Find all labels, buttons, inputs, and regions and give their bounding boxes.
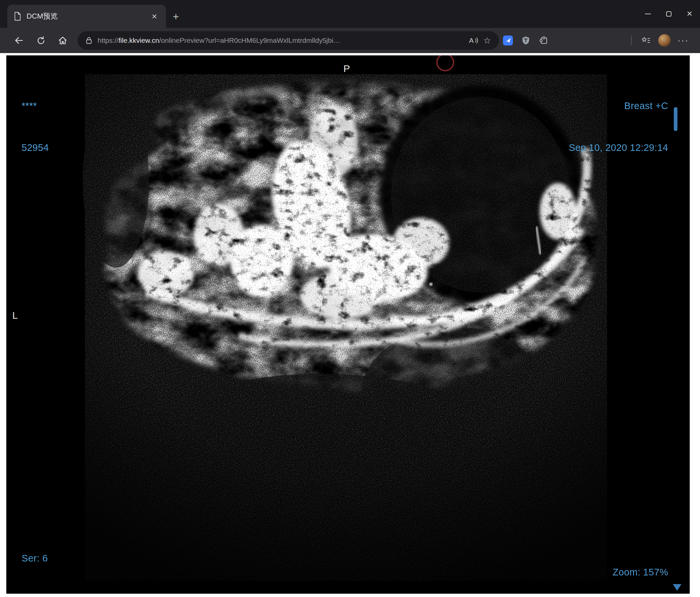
study-datetime: Sep 10, 2020 12:29:14 [569, 140, 668, 155]
lock-icon [85, 36, 92, 45]
address-bar[interactable]: https://file.kkview.cn/onlinePreview?url… [78, 31, 499, 50]
overlay-bottom-left: Ser: 6 Img: 201 1/545 512 x 512 Loc: 109… [22, 523, 161, 594]
document-file-icon [14, 12, 21, 21]
orientation-marker-posterior: P [343, 63, 350, 74]
dicom-viewer[interactable]: **** 52954 Breast +C Sep 10, 2020 12:29:… [6, 55, 690, 594]
browser-toolbar: https://file.kkview.cn/onlinePreview?url… [0, 28, 700, 53]
viewer-scroll-down-icon[interactable] [673, 584, 681, 591]
series-number: Ser: 6 [22, 551, 161, 565]
orientation-marker-left: L [12, 310, 18, 321]
url-scheme: https:// [98, 36, 119, 44]
minimize-button[interactable] [637, 0, 658, 28]
overlay-top-right: Breast +C Sep 10, 2020 12:29:14 [569, 71, 668, 182]
back-arrow-icon [14, 36, 24, 45]
sound-waves-icon [475, 37, 478, 44]
translate-extension-icon[interactable] [499, 31, 517, 50]
home-icon [58, 36, 67, 45]
url-text[interactable]: https://file.kkview.cn/onlinePreview?url… [98, 36, 464, 45]
viewer-scrollbar-thumb[interactable] [674, 107, 677, 131]
settings-more-button[interactable]: ··· [674, 31, 692, 50]
new-tab-button[interactable]: + [169, 9, 183, 24]
read-aloud-letter: A [469, 36, 474, 45]
overlay-top-left: **** 52954 [22, 71, 49, 182]
close-icon: ✕ [686, 10, 692, 18]
study-description: Breast +C [569, 99, 668, 113]
tab-strip: DCM预览 ✕ + ✕ [0, 0, 700, 28]
refresh-icon [36, 36, 46, 45]
image-number: Img: 201 1/545 [22, 593, 161, 594]
zoom-level: Zoom: 157% [556, 565, 668, 579]
favorites-bar-icon[interactable] [637, 31, 655, 50]
url-path: /onlinePreview?url=aHR0cHM6Ly9maWxlLmtrd… [159, 36, 341, 44]
browser-window: DCM预览 ✕ + ✕ [0, 0, 700, 597]
home-button[interactable] [52, 31, 74, 50]
read-aloud-button[interactable]: A [469, 36, 478, 45]
tab-title: DCM预览 [27, 11, 144, 21]
url-domain: file.kkview.cn [119, 36, 159, 44]
close-window-button[interactable]: ✕ [679, 0, 700, 28]
patient-number: 52954 [22, 140, 49, 155]
maximize-button[interactable] [658, 0, 679, 28]
tab-close-icon[interactable]: ✕ [149, 11, 159, 21]
profile-avatar[interactable] [658, 34, 671, 47]
window-controls: ✕ [637, 0, 700, 28]
refresh-button[interactable] [30, 31, 52, 50]
favorite-star-icon[interactable]: ☆ [483, 36, 491, 45]
back-button[interactable] [8, 31, 30, 50]
overlay-bottom-right: Zoom: 157% W: 778 L: 389 Lossless / Unco… [556, 537, 668, 594]
extensions-puzzle-icon[interactable] [535, 31, 553, 50]
maximize-icon [666, 11, 672, 17]
toolbar-divider [631, 35, 632, 46]
minimize-icon [645, 14, 651, 14]
tab-dcm-preview[interactable]: DCM预览 ✕ [7, 5, 166, 28]
patient-id-masked: **** [22, 99, 49, 113]
toolbar-right-cluster: ··· [629, 31, 692, 50]
shield-extension-icon[interactable] [517, 31, 535, 50]
page-background: **** 52954 Breast +C Sep 10, 2020 12:29:… [0, 53, 700, 597]
